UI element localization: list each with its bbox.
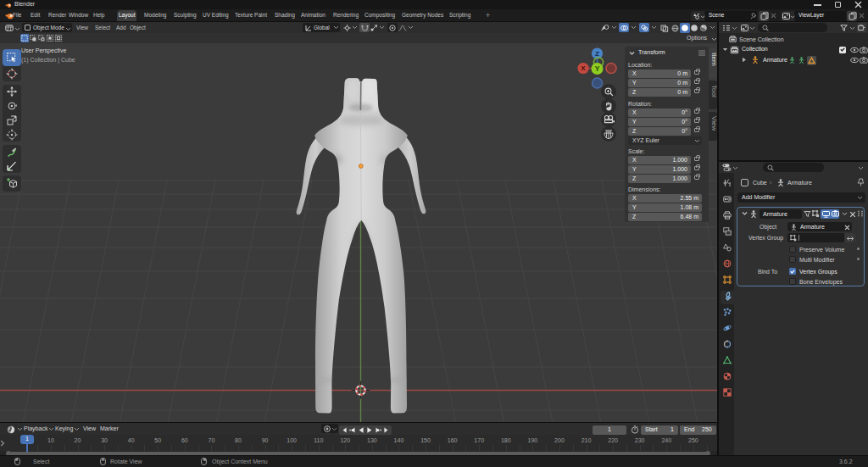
svg-text:X: X: [581, 64, 586, 72]
svg-text:Z: Z: [595, 50, 599, 58]
svg-text:Y: Y: [595, 64, 600, 73]
